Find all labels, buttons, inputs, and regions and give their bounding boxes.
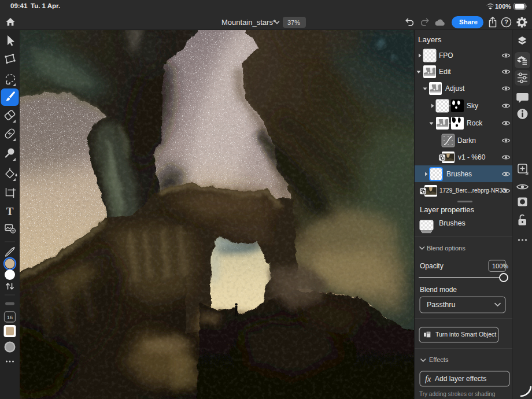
svg-text:16: 16 xyxy=(7,315,13,320)
svg-text:T: T xyxy=(6,205,14,217)
svg-text:fx: fx xyxy=(425,375,431,383)
svg-text:?: ? xyxy=(504,19,508,25)
